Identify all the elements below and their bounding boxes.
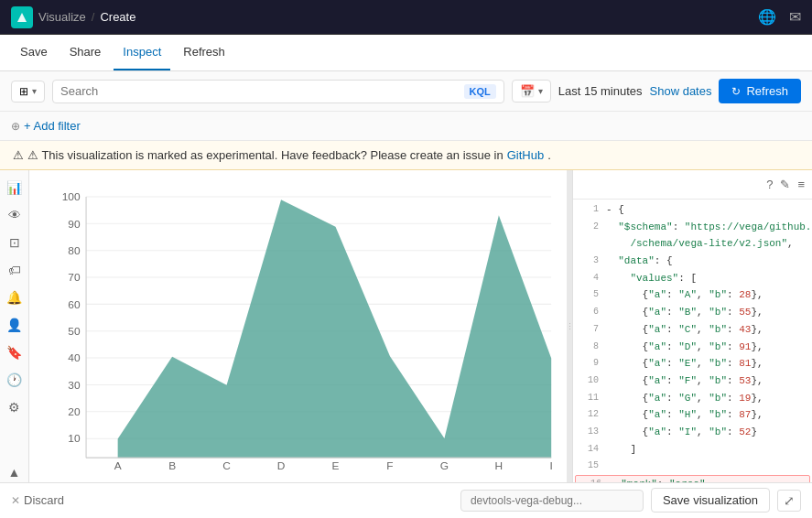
arrow-down-icon[interactable]: ▲ xyxy=(5,462,24,482)
logo xyxy=(11,6,33,28)
globe-icon[interactable]: 🌐 xyxy=(758,8,776,26)
bottom-bar: ✕ Discard Save visualization ⤢ xyxy=(0,482,812,517)
sidebar: 📊 👁 ⊡ 🏷 🔔 👤 🔖 🕐 ⚙ ▲ xyxy=(0,170,29,482)
page-title: Create xyxy=(100,10,135,24)
help-icon[interactable]: ? xyxy=(766,178,773,191)
add-filter-row: ⊕ + Add filter xyxy=(0,112,812,141)
svg-text:90: 90 xyxy=(68,218,81,230)
code-line: 5 {"a": "A", "b": 28}, xyxy=(573,286,812,304)
code-line: /schema/vega-lite/v2.json", xyxy=(573,235,812,253)
refresh-label: Refresh xyxy=(746,84,788,98)
code-line: 3 "data": { xyxy=(573,253,812,270)
nav-right: 🌐 ✉ xyxy=(758,8,801,26)
code-line: 11 {"a": "G", "b": 19}, xyxy=(573,390,812,407)
show-dates-button[interactable]: Show dates xyxy=(650,84,712,98)
breadcrumb-sep: / xyxy=(92,10,95,24)
add-filter-button[interactable]: + Add filter xyxy=(24,119,81,133)
x-icon: ✕ xyxy=(11,494,20,507)
warning-banner: ⚠ ⚠ This visualization is marked as expe… xyxy=(0,141,812,170)
svg-text:H: H xyxy=(495,459,503,471)
person-icon[interactable]: 👤 xyxy=(4,315,25,335)
code-line: 7 {"a": "C", "b": 43}, xyxy=(573,321,812,339)
save-vis-label: Save visualization xyxy=(663,493,758,507)
refresh-button[interactable]: ↻ Refresh xyxy=(719,79,801,103)
warning-text: ⚠ This visualization is marked as experi… xyxy=(27,148,503,162)
svg-text:10: 10 xyxy=(68,433,81,445)
eye-icon[interactable]: 👁 xyxy=(5,205,24,225)
svg-text:G: G xyxy=(440,459,449,471)
expand-icon[interactable]: ⤢ xyxy=(777,490,801,512)
svg-text:100: 100 xyxy=(62,190,81,202)
filter-bar: ⊞ ▾ KQL 📅 ▾ Last 15 minutes Show dates ↻… xyxy=(0,71,812,112)
search-input[interactable] xyxy=(60,84,459,98)
index-icon: ⊞ xyxy=(19,85,28,98)
discard-label: Discard xyxy=(24,493,64,507)
svg-marker-0 xyxy=(17,13,27,22)
edit-icon[interactable]: ✎ xyxy=(780,178,790,191)
search-box: KQL xyxy=(52,80,504,103)
index-selector[interactable]: ⊞ ▾ xyxy=(11,81,45,103)
svg-text:40: 40 xyxy=(68,351,81,363)
code-panel-toolbar: ? ✎ ≡ xyxy=(573,170,812,200)
code-line: 4 "values": [ xyxy=(573,270,812,287)
code-line: 9 {"a": "E", "b": 81}, xyxy=(573,355,812,372)
code-line: 13 {"a": "I", "b": 52} xyxy=(573,424,812,441)
svg-text:70: 70 xyxy=(68,271,81,283)
svg-text:A: A xyxy=(114,459,122,471)
code-line: 1- { xyxy=(573,201,812,219)
mail-icon[interactable]: ✉ xyxy=(789,8,801,26)
layers-icon[interactable]: ⊡ xyxy=(6,232,23,253)
chevron-down-icon: ▾ xyxy=(538,86,543,96)
github-link[interactable]: GitHub xyxy=(507,148,544,162)
svg-text:B: B xyxy=(168,459,176,471)
filter-icon: ⊕ xyxy=(11,120,20,133)
tab-save[interactable]: Save xyxy=(11,35,57,70)
code-line: 8 {"a": "D", "b": 91}, xyxy=(573,339,812,356)
refresh-icon: ↻ xyxy=(731,85,741,98)
kql-badge[interactable]: KQL xyxy=(464,84,496,99)
app-name: Visualize xyxy=(38,10,86,24)
svg-text:I: I xyxy=(550,459,553,471)
svg-text:80: 80 xyxy=(68,244,81,256)
svg-text:50: 50 xyxy=(68,325,81,337)
app-section: Visualize / Create xyxy=(38,10,135,24)
chart-bar-icon[interactable]: 📊 xyxy=(4,178,25,198)
warning-icon: ⚠ xyxy=(13,148,24,162)
code-line-highlight: 16 "mark": "area", xyxy=(575,475,810,482)
svg-text:20: 20 xyxy=(68,405,81,417)
code-line: 6 {"a": "B", "b": 55}, xyxy=(573,304,812,321)
tab-inspect[interactable]: Inspect xyxy=(114,35,170,70)
alert-icon[interactable]: 🔔 xyxy=(4,287,25,308)
svg-text:D: D xyxy=(277,459,286,471)
tabs-bar: Save Share Inspect Refresh xyxy=(0,35,812,71)
code-line: 14 ] xyxy=(573,441,812,459)
svg-text:E: E xyxy=(332,459,340,471)
svg-text:30: 30 xyxy=(68,379,81,391)
code-line: 2 "$schema": "https://vega/github.io xyxy=(573,219,812,236)
save-area: Save visualization ⤢ xyxy=(460,488,801,513)
tab-refresh[interactable]: Refresh xyxy=(174,35,234,70)
code-line: 15 xyxy=(573,458,812,475)
chart-svg: 100 90 80 70 60 50 40 30 20 10 A B C D xyxy=(37,178,561,475)
main-content: 📊 👁 ⊡ 🏷 🔔 👤 🔖 🕐 ⚙ ▲ 100 90 80 xyxy=(0,170,812,482)
area-chart xyxy=(118,200,552,458)
code-line: 12 {"a": "H", "b": 87}, xyxy=(573,406,812,424)
index-chevron: ▾ xyxy=(32,86,37,96)
chart-area: 100 90 80 70 60 50 40 30 20 10 A B C D xyxy=(29,170,567,482)
warning-suffix: . xyxy=(547,148,551,162)
discard-button[interactable]: ✕ Discard xyxy=(11,493,64,507)
tab-share[interactable]: Share xyxy=(60,35,111,70)
code-line: 10 {"a": "F", "b": 53}, xyxy=(573,372,812,390)
settings-icon[interactable]: ⚙ xyxy=(5,397,23,417)
calendar-selector[interactable]: 📅 ▾ xyxy=(512,80,551,103)
code-panel: ? ✎ ≡ 1- { 2 "$schema": "https://vega/gi… xyxy=(572,170,812,482)
save-name-input[interactable] xyxy=(460,490,644,512)
bookmark-icon[interactable]: 🔖 xyxy=(4,342,25,362)
tag-icon[interactable]: 🏷 xyxy=(5,260,24,280)
clock-icon[interactable]: 🕐 xyxy=(4,370,25,390)
svg-text:60: 60 xyxy=(68,298,81,310)
save-visualization-button[interactable]: Save visualization xyxy=(651,488,770,513)
top-nav: Visualize / Create 🌐 ✉ xyxy=(0,0,812,35)
svg-text:C: C xyxy=(222,459,231,471)
menu-icon[interactable]: ≡ xyxy=(797,178,805,191)
